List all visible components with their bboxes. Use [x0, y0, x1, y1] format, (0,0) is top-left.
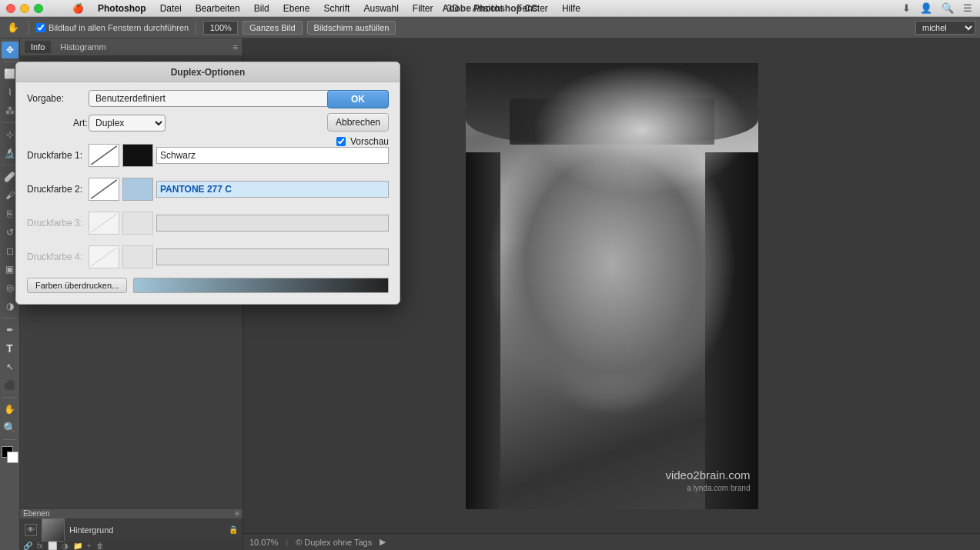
watermark-sub: a lynda.com brand: [665, 483, 750, 494]
tool-sep-4: [3, 318, 17, 318]
color-name-input-2[interactable]: [156, 181, 389, 198]
color-label-4: Druckfarbe 4:: [27, 252, 89, 262]
scroll-all-checkbox[interactable]: Bildlauf in allen Fenstern durchführen: [36, 23, 189, 32]
mac-titlebar: 🍎 Photoshop Datei Bearbeiten Bild Ebene …: [0, 0, 980, 17]
color-selector[interactable]: [2, 446, 18, 463]
svg-line-0: [91, 146, 117, 165]
layer-lock-icon: 🔒: [229, 525, 238, 534]
mask-icon[interactable]: ⬜: [48, 542, 57, 550]
layers-panel: Ebenen ≡ 👁 Hintergrund 🔒 🔗 fx ⬜ ◑ 📁 + 🗑: [20, 508, 242, 550]
preview-row: Vorschau: [336, 136, 389, 147]
layers-content: 👁 Hintergrund 🔒: [20, 518, 242, 542]
background-color[interactable]: [7, 452, 18, 463]
duplex-dialog-title: Duplex-Optionen: [16, 62, 400, 82]
close-button[interactable]: [6, 4, 15, 13]
layer-visibility[interactable]: 👁: [25, 524, 37, 536]
color-label-1: Druckfarbe 1:: [27, 150, 89, 161]
color-row-2: Druckfarbe 2:: [27, 176, 389, 202]
shape-tool[interactable]: ⬛: [2, 377, 18, 394]
add-layer-icon[interactable]: +: [87, 542, 92, 550]
profile-select[interactable]: michel: [915, 21, 975, 35]
watermark-brand: video2brain.com: [665, 467, 750, 483]
menu-hilfe[interactable]: Hilfe: [556, 2, 587, 15]
adjustment-icon[interactable]: ◑: [62, 542, 69, 550]
color-swatch-1[interactable]: [122, 144, 153, 167]
color-label-3: Druckfarbe 3:: [27, 218, 89, 228]
type-label: Art:: [27, 118, 89, 128]
layers-panel-menu[interactable]: ≡: [235, 509, 239, 518]
fx-icon[interactable]: fx: [37, 542, 43, 550]
menu-icon: ☰: [963, 2, 972, 14]
type-select[interactable]: Duplex: [89, 115, 166, 132]
menu-auswahl[interactable]: Auswahl: [357, 2, 404, 15]
tool-sep-5: [3, 397, 17, 398]
cancel-button[interactable]: Abbrechen: [327, 113, 389, 132]
hand-tool[interactable]: ✋: [2, 401, 18, 418]
path-selection-tool[interactable]: ↖: [2, 358, 18, 375]
farben-button[interactable]: Farben überdrucken...: [27, 278, 127, 293]
color-curve-3: [89, 212, 119, 235]
svg-line-3: [91, 248, 117, 266]
delete-layer-icon[interactable]: 🗑: [96, 542, 104, 550]
layer-name[interactable]: Hintergrund: [69, 525, 113, 535]
zoom-tool[interactable]: 🔍: [2, 419, 18, 436]
link-layers-icon[interactable]: 🔗: [23, 542, 32, 550]
menu-ebene[interactable]: Ebene: [277, 2, 316, 15]
pen-tool[interactable]: ✒: [2, 322, 18, 338]
tool-sep-3: [3, 165, 17, 165]
layers-tab-bar: Ebenen ≡: [20, 508, 242, 518]
color-swatch-4: [122, 245, 153, 268]
titlebar-right-icons: ⬇ 👤 🔍 ☰: [902, 2, 972, 14]
panels-area: Info Histogramm ≡ + H: C: © 20130815_153…: [20, 38, 243, 550]
layer-thumbnail: [42, 518, 65, 542]
color-curve-4: [89, 245, 119, 268]
menu-bild[interactable]: Bild: [248, 2, 276, 15]
color-curve-2[interactable]: [89, 178, 119, 201]
color-curve-1[interactable]: [89, 144, 119, 167]
panel-collapse[interactable]: ≡: [233, 42, 238, 52]
search-icon: 🔍: [942, 2, 954, 14]
gradient-preview-bar: [133, 278, 389, 293]
histogram-tab[interactable]: Histogramm: [54, 41, 112, 53]
color-name-input-4: [156, 248, 389, 265]
ok-button[interactable]: OK: [327, 90, 389, 108]
maximize-button[interactable]: [34, 4, 43, 13]
menu-bearbeiten[interactable]: Bearbeiten: [189, 2, 246, 15]
status-text: © Duplex ohne Tags: [296, 538, 372, 547]
tool-sep-6: [3, 439, 17, 440]
menu-datei[interactable]: Datei: [154, 2, 188, 15]
folder-icon[interactable]: 📁: [73, 542, 82, 550]
preview-checkbox[interactable]: [336, 137, 346, 146]
app-title: Adobe Photoshop CC: [443, 3, 538, 14]
color-name-input-1[interactable]: [156, 147, 389, 164]
menu-filter[interactable]: Filter: [406, 2, 440, 15]
ganzes-bild-button[interactable]: Ganzes Bild: [242, 21, 302, 35]
text-tool[interactable]: T: [2, 340, 18, 357]
scroll-all-input[interactable]: [36, 23, 45, 32]
status-arrow[interactable]: ▶: [380, 537, 386, 547]
ps-options-bar: ✋ Bildlauf in allen Fenstern durchführen…: [0, 17, 980, 38]
bildschirm-button[interactable]: Bildschirm ausfüllen: [307, 21, 396, 35]
move-tool[interactable]: ✥: [2, 42, 18, 58]
color-swatch-2[interactable]: [122, 178, 153, 201]
hand-tool-icon[interactable]: ✋: [5, 19, 22, 36]
svg-line-1: [91, 180, 117, 198]
menu-photoshop[interactable]: Photoshop: [92, 2, 152, 15]
layers-tab-label[interactable]: Ebenen: [23, 509, 49, 518]
bw-photo: [466, 63, 758, 509]
zoom-input[interactable]: [203, 21, 238, 35]
toolbar-sep-1: [28, 21, 29, 35]
apple-menu[interactable]: 🍎: [66, 2, 90, 15]
photo-face-overlay: [466, 63, 758, 509]
canvas-status-bar: 10.07% | © Duplex ohne Tags ▶: [243, 533, 980, 550]
color-row-4: Druckfarbe 4:: [27, 244, 389, 270]
info-tab[interactable]: Info: [25, 41, 51, 53]
toolbar-sep-2: [196, 21, 196, 35]
traffic-lights: [6, 4, 43, 13]
watermark: video2brain.com a lynda.com brand: [665, 467, 750, 494]
menu-schrift[interactable]: Schrift: [317, 2, 356, 15]
scroll-all-label: Bildlauf in allen Fenstern durchführen: [48, 23, 189, 32]
minimize-button[interactable]: [20, 4, 29, 13]
dialog-buttons: OK Abbrechen: [327, 90, 389, 132]
color-row-1: Druckfarbe 1:: [27, 142, 389, 168]
